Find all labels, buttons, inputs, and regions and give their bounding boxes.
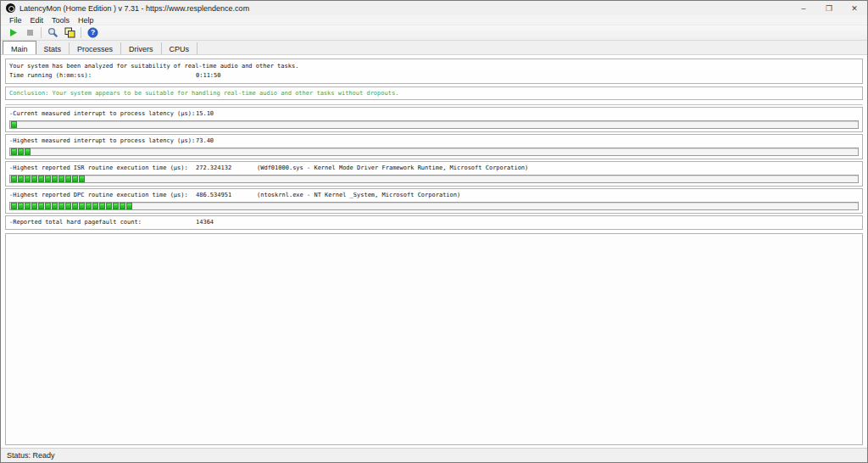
- bar-segment: [38, 203, 44, 209]
- menu-item-help[interactable]: Help: [74, 15, 98, 25]
- section-separator: [5, 104, 863, 105]
- bar-segment: [38, 176, 44, 182]
- bar-segment: [45, 176, 51, 182]
- bar-segment: [31, 203, 37, 209]
- metric-extra: (Wdf01000.sys - Kernel Mode Driver Frame…: [257, 165, 528, 171]
- help-button[interactable]: ?: [84, 26, 101, 40]
- window-title: LatencyMon (Home Edition ) v 7.31 - http…: [19, 4, 249, 13]
- metric-row: -Highest reported ISR routine execution …: [5, 161, 863, 187]
- maximize-button[interactable]: ❐: [816, 1, 842, 15]
- empty-report-area: [5, 233, 863, 445]
- bar-segment: [120, 203, 125, 209]
- metric-label: -Current measured interrupt to process l…: [9, 110, 196, 118]
- tab-main[interactable]: Main: [3, 41, 36, 54]
- metric-row: -Highest reported DPC routine execution …: [5, 188, 863, 214]
- analysis-line: Your system has been analyzed for suitab…: [9, 62, 859, 71]
- metric-label: -Highest measured interrupt to process l…: [9, 137, 196, 145]
- metric-extra: (ntoskrnl.exe - NT Kernel _System, Micro…: [257, 192, 460, 198]
- bar-segment: [45, 203, 51, 209]
- status-bar: Status: Ready: [1, 448, 867, 462]
- stop-monitor-button[interactable]: [21, 26, 38, 40]
- tab-stats[interactable]: Stats: [36, 42, 70, 54]
- bar-segment: [18, 176, 24, 182]
- title-bar: LatencyMon (Home Edition ) v 7.31 - http…: [1, 1, 867, 15]
- bar-segment: [52, 176, 58, 182]
- menu-item-edit[interactable]: Edit: [26, 15, 48, 25]
- stop-icon: [26, 29, 34, 36]
- app-icon: [6, 3, 15, 13]
- bar-segment: [99, 203, 105, 209]
- metric-label: -Reported total hard pagefault count:: [9, 219, 196, 226]
- tools-button[interactable]: [44, 26, 61, 40]
- tools-icon: [47, 27, 58, 38]
- bar-segment: [113, 203, 119, 209]
- time-running-value: 0:11:50: [196, 72, 221, 79]
- bar-segment: [11, 121, 17, 128]
- svg-text:?: ?: [90, 28, 94, 36]
- metric-value: 14364: [196, 219, 257, 226]
- bar-segment: [25, 176, 31, 182]
- main-panel: Your system has been analyzed for suitab…: [1, 55, 867, 448]
- bar-segment: [18, 203, 24, 209]
- start-monitor-button[interactable]: [4, 26, 21, 40]
- play-icon: [8, 28, 18, 37]
- toolbar: ?: [1, 25, 867, 41]
- metric-row: -Current measured interrupt to process l…: [5, 107, 863, 132]
- bar-segment: [25, 203, 31, 209]
- report-icon: [64, 27, 75, 38]
- bar-segment: [11, 203, 17, 209]
- metric-bar: [9, 202, 859, 210]
- metric-row: -Reported total hard pagefault count:143…: [5, 215, 863, 230]
- bar-segment: [65, 203, 71, 209]
- toolbar-separator: [81, 27, 81, 38]
- menu-item-file[interactable]: File: [5, 15, 26, 25]
- bar-segment: [58, 203, 64, 209]
- metric-label: -Highest reported DPC routine execution …: [9, 192, 196, 199]
- metric-value: 272.324132: [196, 165, 257, 172]
- help-icon: ?: [87, 27, 98, 38]
- minimize-button[interactable]: –: [791, 1, 816, 15]
- metric-value: 73.40: [196, 137, 257, 145]
- bar-segment: [58, 176, 64, 182]
- time-running-label: Time running (h:mm:ss):: [9, 71, 196, 81]
- tab-processes[interactable]: Processes: [70, 42, 121, 54]
- bar-segment: [92, 203, 98, 209]
- status-text: Status: Ready: [7, 451, 55, 460]
- conclusion-text: Conclusion: Your system appears to be su…: [9, 90, 398, 97]
- metric-row: -Highest measured interrupt to process l…: [5, 134, 863, 159]
- metric-label: -Highest reported ISR routine execution …: [9, 165, 196, 172]
- bar-segment: [11, 176, 17, 182]
- report-button[interactable]: [61, 26, 78, 40]
- latencymon-window: LatencyMon (Home Edition ) v 7.31 - http…: [0, 0, 868, 463]
- bar-segment: [18, 148, 24, 155]
- tab-cpus[interactable]: CPUs: [162, 42, 198, 54]
- metric-bar: [9, 175, 859, 183]
- bar-segment: [72, 203, 78, 209]
- bar-segment: [86, 203, 92, 209]
- close-button[interactable]: ✕: [842, 1, 867, 15]
- tab-drivers[interactable]: Drivers: [121, 42, 162, 54]
- menu-bar: FileEditToolsHelp: [1, 15, 867, 25]
- bar-segment: [79, 176, 85, 182]
- metric-bar: [9, 120, 859, 129]
- menu-item-tools[interactable]: Tools: [47, 15, 74, 25]
- conclusion-box: Conclusion: Your system appears to be su…: [5, 86, 863, 100]
- analysis-summary-box: Your system has been analyzed for suitab…: [5, 59, 863, 84]
- window-controls: – ❐ ✕: [791, 1, 867, 15]
- metric-value: 15.10: [196, 110, 257, 118]
- toolbar-separator: [41, 27, 42, 38]
- bar-segment: [106, 203, 112, 209]
- tab-bar: MainStatsProcessesDriversCPUs: [1, 41, 867, 55]
- bar-segment: [79, 203, 85, 209]
- metric-value: 486.534951: [196, 192, 257, 199]
- bar-segment: [25, 148, 31, 155]
- metrics-list: -Current measured interrupt to process l…: [5, 107, 863, 232]
- bar-segment: [126, 203, 132, 209]
- bar-segment: [65, 176, 71, 182]
- bar-segment: [52, 203, 58, 209]
- time-running-row: Time running (h:mm:ss):0:11:50: [9, 71, 859, 81]
- bar-segment: [11, 148, 17, 155]
- bar-segment: [72, 176, 78, 182]
- bar-segment: [31, 176, 37, 182]
- metric-bar: [9, 148, 859, 156]
